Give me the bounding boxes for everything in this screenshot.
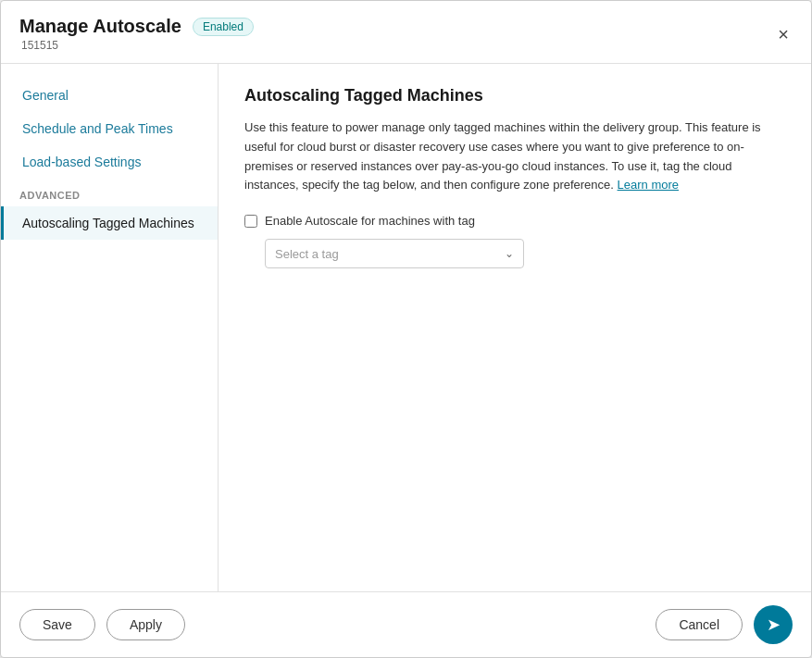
description-body: Use this feature to power manage only ta… [244, 120, 761, 192]
sidebar-item-general-label: General [22, 88, 69, 103]
checkbox-label: Enable Autoscale for machines with tag [265, 214, 475, 228]
content-title: Autoscaling Tagged Machines [244, 86, 785, 106]
modal-subtitle: 151515 [21, 39, 774, 52]
sidebar-item-autoscaling-tagged[interactable]: Autoscaling Tagged Machines [1, 206, 218, 240]
modal-body: General Schedule and Peak Times Load-bas… [1, 64, 811, 591]
enable-autoscale-checkbox[interactable] [244, 215, 257, 228]
sidebar-item-schedule-peak-label: Schedule and Peak Times [22, 121, 173, 136]
tag-select-placeholder: Select a tag [275, 247, 339, 261]
checkbox-row: Enable Autoscale for machines with tag [244, 214, 785, 228]
footer-right-buttons: Cancel ➤ [656, 605, 793, 644]
cancel-button[interactable]: Cancel [656, 609, 743, 640]
status-badge: Enabled [193, 18, 254, 36]
header-top-row: Manage Autoscale Enabled [19, 16, 774, 37]
close-button[interactable]: × [774, 21, 793, 47]
tag-select-dropdown[interactable]: Select a tag ⌄ [265, 239, 524, 268]
manage-autoscale-modal: Manage Autoscale Enabled 151515 × Genera… [0, 0, 812, 658]
chevron-down-icon: ⌄ [505, 247, 514, 260]
description-text: Use this feature to power manage only ta… [244, 118, 781, 195]
nav-forward-icon: ➤ [767, 615, 781, 635]
advanced-section-label: ADVANCED [1, 179, 218, 206]
modal-footer: Save Apply Cancel ➤ [1, 591, 811, 657]
sidebar: General Schedule and Peak Times Load-bas… [1, 64, 219, 591]
main-content: Autoscaling Tagged Machines Use this fea… [219, 64, 811, 591]
modal-header: Manage Autoscale Enabled 151515 × [1, 1, 811, 64]
save-button[interactable]: Save [19, 609, 95, 640]
sidebar-item-schedule-peak[interactable]: Schedule and Peak Times [1, 112, 218, 145]
nav-forward-button[interactable]: ➤ [754, 605, 793, 644]
modal-title: Manage Autoscale [19, 16, 181, 37]
sidebar-item-load-based-label: Load-based Settings [22, 155, 141, 169]
sidebar-item-general[interactable]: General [1, 79, 218, 112]
apply-button[interactable]: Apply [106, 609, 185, 640]
header-title-group: Manage Autoscale Enabled 151515 [19, 16, 774, 52]
footer-left-buttons: Save Apply [19, 609, 185, 640]
sidebar-item-autoscaling-tagged-label: Autoscaling Tagged Machines [22, 216, 194, 230]
learn-more-link[interactable]: Learn more [618, 178, 679, 192]
sidebar-item-load-based[interactable]: Load-based Settings [1, 145, 218, 179]
